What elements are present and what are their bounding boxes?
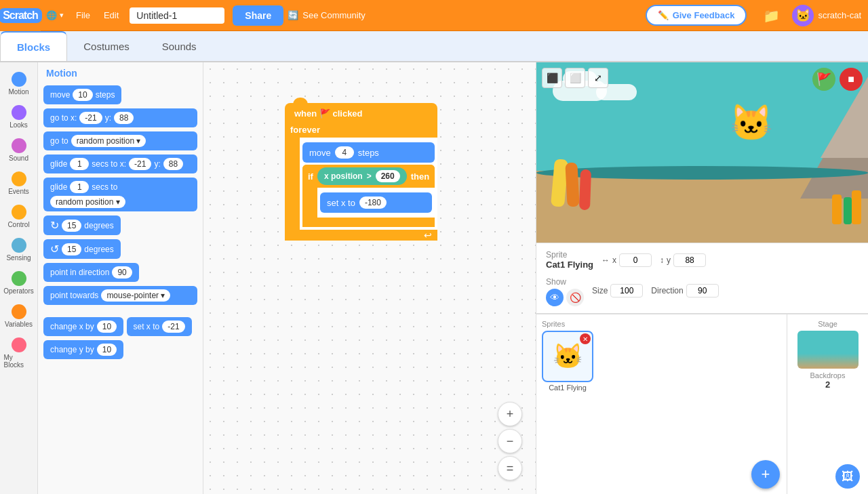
sidebar-label-variables: Variables: [5, 321, 33, 328]
y-position-input[interactable]: [673, 253, 706, 267]
edit-menu-button[interactable]: Edit: [97, 7, 125, 23]
block-change-x[interactable]: change x by 10: [43, 317, 123, 336]
zoom-reset-button[interactable]: =: [498, 456, 522, 480]
large-stage-button[interactable]: ⬜: [565, 68, 585, 88]
tab-sounds[interactable]: Sounds: [146, 31, 213, 61]
green-flag-button[interactable]: 🚩: [812, 68, 835, 91]
sidebar-item-control[interactable]: Control: [1, 201, 37, 232]
size-input[interactable]: [610, 284, 643, 297]
sidebar-label-operators: Operators: [3, 287, 33, 295]
sprites-section: Sprites 🐱 ✕ Cat1 Flying: [536, 314, 787, 494]
arrows-icon: ↔: [601, 255, 610, 265]
show-visible-button[interactable]: 👁: [546, 289, 564, 306]
sprite-info-row1: Sprite Cat1 Flying ↔ x ↕ y: [546, 250, 859, 270]
stop-button[interactable]: ■: [840, 68, 863, 91]
block-set-x[interactable]: set x to -21: [127, 317, 192, 336]
category-sidebar: Motion Looks Sound Events Control Sensin…: [0, 62, 38, 494]
sidebar-item-looks[interactable]: Looks: [1, 101, 37, 133]
zoom-in-button[interactable]: +: [498, 402, 522, 426]
add-sprite-button[interactable]: +: [751, 460, 780, 489]
user-avatar-area[interactable]: 🐱 scratch-cat: [785, 2, 868, 29]
show-label-group: Show 👁 🚫: [546, 275, 584, 306]
hat-block-when-clicked[interactable]: when 🚩 clicked: [285, 103, 437, 122]
fullscreen-button[interactable]: ⤢: [588, 68, 608, 88]
plant-3: [832, 194, 842, 224]
block-move-steps[interactable]: move 10 steps: [43, 85, 121, 104]
x-position-input[interactable]: [619, 253, 652, 267]
condition-pill[interactable]: x position > 260: [317, 167, 407, 185]
tab-blocks[interactable]: Blocks: [0, 31, 67, 61]
block-move-4-steps[interactable]: move 4 steps: [302, 142, 435, 163]
sprite-info-panel: Sprite Cat1 Flying ↔ x ↕ y Show: [536, 243, 868, 313]
surfboard-3: [579, 169, 591, 211]
sidebar-label-events: Events: [8, 188, 29, 195]
block-go-to-random[interactable]: go to random position ▾: [43, 131, 197, 150]
sidebar-item-variables[interactable]: Variables: [1, 300, 37, 332]
stage-area: 🐱 🚩 ■ ⬛ ⬜ ⤢: [536, 62, 868, 243]
show-buttons: 👁 🚫: [546, 289, 584, 306]
y-position-group: ↕ y: [660, 253, 706, 267]
tab-bar: Blocks Costumes Sounds: [0, 31, 868, 62]
share-button[interactable]: Share: [233, 5, 283, 26]
small-stage-button[interactable]: ⬛: [542, 68, 562, 88]
size-group: Size: [592, 284, 643, 297]
size-label: Size: [592, 286, 608, 295]
add-backdrop-button[interactable]: 🖼: [835, 464, 860, 489]
top-nav: Scratch 🌐 ▾ File Edit Share 🔄 See Commun…: [0, 0, 868, 31]
sprites-section-label: Sprites: [542, 320, 781, 328]
if-block[interactable]: if x position > 260 then: [302, 165, 435, 227]
x-label: x: [612, 255, 616, 265]
show-hidden-button[interactable]: 🚫: [566, 289, 584, 306]
sprite-label: Sprite: [546, 250, 593, 260]
block-point-direction[interactable]: point in direction 90: [43, 263, 139, 282]
globe-language-button[interactable]: 🌐 ▾: [41, 7, 69, 23]
give-feedback-button[interactable]: ✏️ Give Feedback: [646, 5, 747, 26]
block-turn-cw[interactable]: ↻ 15 degrees: [43, 215, 121, 235]
stage-thumbnail[interactable]: [797, 331, 859, 369]
sidebar-item-motion[interactable]: Motion: [1, 68, 37, 100]
script-canvas[interactable]: when 🚩 clicked forever move 4 steps: [203, 62, 536, 494]
stage-playback-controls: 🚩 ■: [812, 68, 863, 91]
scratch-logo[interactable]: Scratch: [0, 0, 41, 31]
forever-block[interactable]: forever move 4 steps if: [285, 122, 437, 241]
sprite-thumb-cat1-flying[interactable]: 🐱 ✕: [542, 331, 593, 382]
when-clicked-label: when 🚩 clicked: [294, 108, 363, 119]
forever-label: forever: [285, 122, 437, 138]
sidebar-label-control: Control: [7, 221, 29, 228]
blocks-panel: Motion move 10 steps go to x: -21 y: 88 …: [38, 62, 203, 494]
x-position-group: ↔ x: [601, 253, 652, 267]
block-glide-xy[interactable]: glide 1 secs to x: -21 y: 88: [43, 155, 197, 173]
sidebar-label-sensing: Sensing: [6, 254, 31, 262]
globe-icon: 🌐: [46, 10, 57, 20]
tab-costumes[interactable]: Costumes: [67, 31, 146, 61]
direction-input[interactable]: [686, 284, 719, 297]
see-community-button[interactable]: 🔄 See Community: [288, 10, 365, 20]
zoom-controls: + − =: [498, 402, 522, 480]
sidebar-label-looks: Looks: [9, 121, 28, 129]
script-container: when 🚩 clicked forever move 4 steps: [285, 103, 437, 241]
right-panel: 🐱 🚩 ■ ⬛ ⬜ ⤢ Sprite Cat1 Flying: [536, 62, 868, 494]
block-set-x-to[interactable]: set x to -180: [320, 192, 432, 213]
sidebar-item-sensing[interactable]: Sensing: [1, 234, 37, 266]
block-change-y[interactable]: change y by 10: [43, 340, 123, 359]
block-glide-random[interactable]: glide 1 secs to random position ▾: [43, 178, 197, 211]
if-inner: set x to -180: [317, 188, 435, 218]
folder-button[interactable]: 📁: [757, 5, 785, 26]
file-menu-button[interactable]: File: [69, 7, 97, 23]
sidebar-label-sound: Sound: [9, 155, 28, 162]
script-stack: when 🚩 clicked forever move 4 steps: [285, 103, 437, 241]
updown-icon: ↕: [660, 255, 664, 265]
block-point-towards[interactable]: point towards mouse-pointer ▾: [43, 286, 197, 305]
block-go-to-xy[interactable]: go to x: -21 y: 88: [43, 108, 197, 127]
sprite-list-area: Sprites 🐱 ✕ Cat1 Flying Stage Backdrops …: [536, 313, 868, 494]
sidebar-item-operators[interactable]: Operators: [1, 267, 37, 299]
sidebar-item-myblocks[interactable]: My Blocks: [1, 333, 37, 373]
pencil-icon: ✏️: [658, 10, 669, 20]
sidebar-item-sound[interactable]: Sound: [1, 134, 37, 166]
zoom-out-button[interactable]: −: [498, 429, 522, 453]
sidebar-item-events[interactable]: Events: [1, 167, 37, 199]
stage-view-controls: ⬛ ⬜ ⤢: [542, 68, 608, 88]
sprite-remove-button[interactable]: ✕: [580, 333, 591, 344]
project-name-input[interactable]: [130, 7, 224, 24]
block-turn-ccw[interactable]: ↺ 15 degrees: [43, 239, 121, 259]
